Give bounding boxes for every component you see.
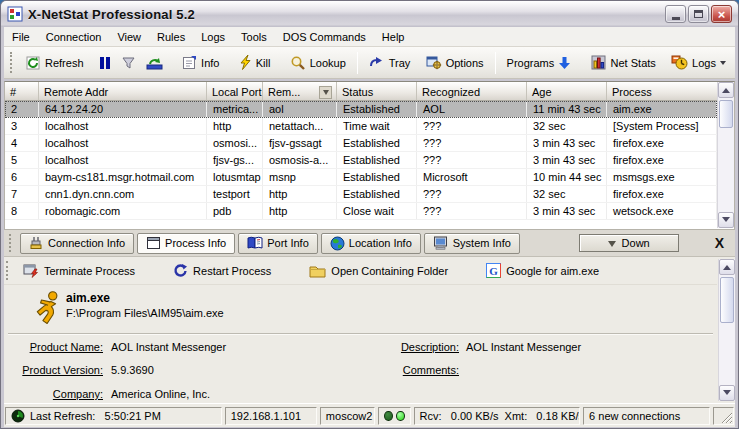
- options-label: Options: [446, 57, 484, 69]
- cell-recognized: AOL: [417, 101, 527, 117]
- table-row[interactable]: 6 baym-cs181.msgr.hotmail.com lotusmtap …: [5, 169, 717, 186]
- menu-item[interactable]: Help: [374, 28, 413, 46]
- table-row[interactable]: 3 localhost http netattach... Time wait …: [5, 118, 717, 135]
- table-row[interactable]: 5 localhost fjsv-gs... osmosis-a... Esta…: [5, 152, 717, 169]
- tab-system-info[interactable]: System Info: [424, 233, 520, 254]
- cell-remote-addr: localhost: [39, 118, 207, 134]
- lookup-button[interactable]: Lookup: [285, 52, 351, 74]
- menu-item[interactable]: Tools: [233, 28, 275, 46]
- column-header-recognized[interactable]: Recognized: [417, 82, 527, 101]
- maximize-button[interactable]: [688, 5, 709, 23]
- resize-grip[interactable]: [719, 410, 733, 424]
- system-segment: [713, 407, 734, 425]
- cell-remote-port: netattach...: [263, 118, 337, 134]
- menu-item[interactable]: Connection: [38, 28, 110, 46]
- kill-icon: [239, 55, 252, 70]
- terminate-icon: [23, 263, 39, 278]
- scroll-thumb[interactable]: [719, 100, 733, 128]
- kill-button[interactable]: Kill: [234, 52, 276, 73]
- lookup-label: Lookup: [310, 57, 346, 69]
- tab-port-info[interactable]: Port Info: [238, 233, 318, 254]
- options-button[interactable]: Options: [421, 52, 489, 73]
- column-header-remote-addr[interactable]: Remote Addr: [39, 82, 207, 101]
- cell-status: Established: [337, 101, 417, 117]
- cell-process: firefox.exe: [607, 135, 717, 151]
- statusbar: Last Refresh: 5:50:21 PM 192.168.1.101 m…: [4, 403, 735, 427]
- menu-item[interactable]: Logs: [193, 28, 233, 46]
- programs-button[interactable]: Programs: [502, 53, 577, 73]
- filter-button[interactable]: [116, 53, 141, 73]
- table-scrollbar[interactable]: [717, 82, 734, 228]
- table-row[interactable]: 7 cnn1.dyn.cnn.com testport http Establi…: [5, 186, 717, 203]
- column-header-remote-port[interactable]: Rem...: [263, 82, 337, 101]
- column-header-age[interactable]: Age: [527, 82, 607, 101]
- pane-down-button[interactable]: Down: [579, 234, 679, 252]
- logs-button[interactable]: Logs: [666, 52, 731, 73]
- terminate-process-button[interactable]: Terminate Process: [17, 260, 141, 281]
- cell-age: 3 min 43 sec: [527, 135, 607, 151]
- main-toolbar: Refresh Info Kill Lookup Tray: [4, 47, 735, 79]
- open-containing-folder-button[interactable]: Open Containing Folder: [303, 261, 454, 281]
- table-row[interactable]: 8 robomagic.com pdb http Close wait ??? …: [5, 203, 717, 220]
- cell-num: 5: [5, 152, 39, 168]
- window-icon: [146, 236, 161, 250]
- process-toolbar-grip[interactable]: [6, 261, 11, 280]
- process-info-pane: Terminate Process Restart Process Open C…: [4, 257, 735, 403]
- menu-item[interactable]: File: [4, 28, 38, 46]
- kill-label: Kill: [256, 57, 271, 69]
- tab-location-info[interactable]: Location Info: [321, 233, 421, 254]
- last-refresh-text: Last Refresh: 5:50:21 PM: [30, 410, 161, 422]
- tab-label: Process Info: [165, 237, 226, 249]
- pause-button[interactable]: [94, 53, 116, 73]
- cell-process: firefox.exe: [607, 186, 717, 202]
- google-for-process-button[interactable]: G Google for aim.exe: [480, 260, 605, 281]
- capture-button[interactable]: [141, 53, 168, 73]
- info-button[interactable]: Info: [177, 52, 224, 73]
- tab-connection-info[interactable]: Connection Info: [20, 233, 134, 254]
- menu-item[interactable]: View: [109, 28, 149, 46]
- cell-process: msmsgs.exe: [607, 169, 717, 185]
- cell-remote-port: http: [263, 203, 337, 219]
- titlebar: X-NetStat Professional 5.2 ×: [1, 1, 738, 27]
- column-header-num[interactable]: #: [5, 82, 39, 101]
- table-row[interactable]: 2 64.12.24.20 metrica... aol Established…: [5, 101, 717, 118]
- cell-local-port: http: [207, 118, 263, 134]
- cell-process: firefox.exe: [607, 152, 717, 168]
- column-header-process[interactable]: Process: [607, 82, 734, 101]
- lookup-icon: [290, 55, 306, 71]
- restart-label: Restart Process: [193, 265, 271, 277]
- scroll-thumb[interactable]: [720, 277, 734, 323]
- window-title: X-NetStat Professional 5.2: [28, 7, 665, 22]
- menu-item[interactable]: Rules: [149, 28, 193, 46]
- tabbar-grip[interactable]: [9, 234, 14, 252]
- cell-status: Established: [337, 135, 417, 151]
- arrow-down-icon: [722, 217, 730, 226]
- folder-icon: [309, 264, 326, 278]
- column-header-status[interactable]: Status: [337, 82, 417, 101]
- menu-item[interactable]: DOS Commands: [275, 28, 374, 46]
- table-row[interactable]: 4 localhost osmosi... fjsv-gssagt Establ…: [5, 135, 717, 152]
- restart-process-button[interactable]: Restart Process: [167, 260, 277, 281]
- scroll-up-button[interactable]: [719, 259, 735, 275]
- cell-age: 32 sec: [527, 118, 607, 134]
- pause-icon: [99, 56, 111, 70]
- refresh-button[interactable]: Refresh: [20, 52, 89, 74]
- close-icon: ×: [718, 8, 726, 21]
- column-header-local-port[interactable]: Local Port: [207, 82, 263, 101]
- toolbar-grip[interactable]: [10, 52, 14, 74]
- tab-process-info[interactable]: Process Info: [137, 233, 235, 254]
- host-segment: moscow2: [320, 407, 375, 425]
- scroll-up-button[interactable]: [718, 82, 734, 98]
- pane-scrollbar[interactable]: [718, 259, 735, 401]
- column-filter-icon[interactable]: [319, 86, 332, 99]
- cell-recognized: ???: [417, 203, 527, 219]
- scroll-down-button[interactable]: [719, 385, 735, 401]
- cell-local-port: testport: [207, 186, 263, 202]
- close-button[interactable]: ×: [711, 5, 732, 23]
- scroll-down-button[interactable]: [718, 212, 734, 228]
- minimize-button[interactable]: [665, 5, 686, 23]
- tray-button[interactable]: Tray: [364, 53, 416, 72]
- net-stats-button[interactable]: Net Stats: [586, 52, 661, 73]
- pane-close-button[interactable]: X: [707, 235, 732, 251]
- google-icon: G: [486, 263, 501, 278]
